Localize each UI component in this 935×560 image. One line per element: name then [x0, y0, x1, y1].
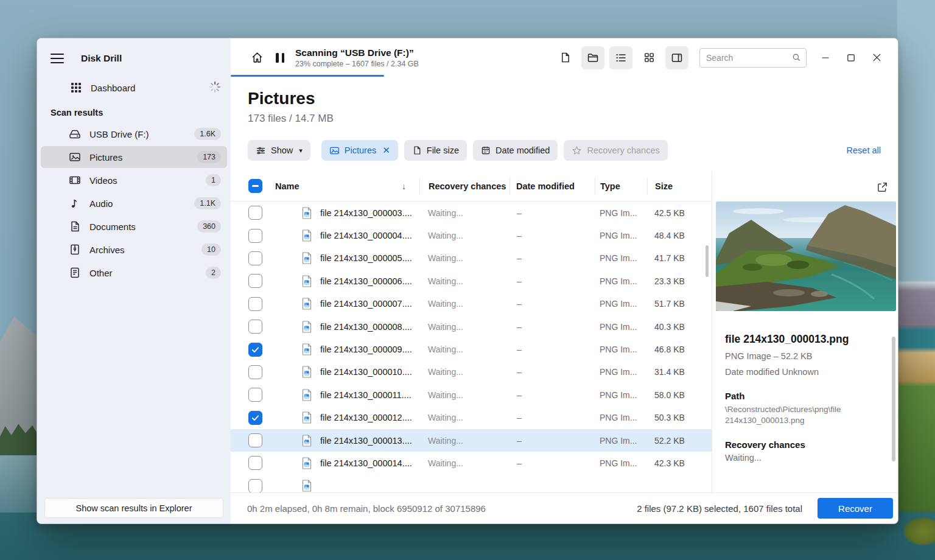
file-type: PNG Im... [595, 322, 647, 332]
file-table-row[interactable]: file 214x130_000014.... Waiting... – PNG… [231, 452, 712, 474]
file-recovery-view-button[interactable] [553, 46, 576, 69]
row-checkbox[interactable] [248, 229, 262, 243]
row-checkbox[interactable] [248, 274, 262, 288]
external-link-icon [877, 181, 888, 193]
row-checkbox[interactable] [248, 297, 262, 311]
file-size: 31.4 KB [647, 367, 712, 377]
file-date-modified: – [510, 436, 595, 446]
disk-drill-window: Disk Drill Dashboard [37, 38, 898, 524]
pictures-filter-chip[interactable]: Pictures ✕ [321, 140, 398, 161]
chip-label: File size [427, 145, 459, 155]
sidebar-item-documents[interactable]: Documents 360 [41, 215, 227, 237]
file-recovery-chance: Waiting... [419, 322, 510, 332]
file-table: Name ↓ Recovery chances Date modified Ty… [231, 171, 712, 492]
row-checkbox[interactable] [248, 388, 262, 402]
file-table-row[interactable]: file 214x130_000004.... Waiting... – PNG… [231, 224, 712, 247]
sidebar-item-videos[interactable]: Videos 1 [41, 169, 227, 191]
file-size: 23.3 KB [647, 276, 712, 286]
row-checkbox[interactable] [248, 479, 262, 492]
file-name: file 214x130_000014.... [320, 458, 412, 468]
recover-button[interactable]: Recover [818, 498, 893, 519]
minimize-button[interactable] [813, 46, 838, 70]
preview-filename: file 214x130_000013.png [725, 333, 887, 346]
recovery-chances-value: Waiting... [725, 453, 887, 463]
row-checkbox[interactable] [248, 433, 262, 447]
file-table-row[interactable]: file 214x130_000007.... Waiting... – PNG… [231, 293, 712, 315]
show-scan-results-in-explorer-button[interactable]: Show scan results in Explorer [44, 498, 223, 518]
window-controls [813, 46, 889, 70]
show-filter-dropdown[interactable]: Show ▾ [248, 140, 310, 161]
file-date-modified: – [510, 458, 595, 468]
home-button[interactable] [245, 46, 268, 69]
file-table-row[interactable]: file 214x130_000010.... Waiting... – PNG… [231, 361, 712, 383]
preview-panel: file 214x130_000013.png PNG Image – 52.2… [712, 171, 898, 492]
file-table-row[interactable] [231, 475, 712, 492]
file-table-row[interactable]: file 214x130_000003.... Waiting... – PNG… [231, 201, 712, 224]
row-checkbox[interactable] [248, 365, 262, 379]
path-label: Path [725, 391, 887, 401]
row-checkbox[interactable] [248, 456, 262, 470]
file-table-row[interactable]: file 214x130_000008.... Waiting... – PNG… [231, 315, 712, 338]
table-scrollbar[interactable] [706, 245, 709, 277]
sidebar-item-archives[interactable]: Archives 10 [41, 239, 227, 261]
column-header-recovery-chances[interactable]: Recovery chances [419, 178, 510, 195]
sidebar-item-audio[interactable]: Audio 1.1K [41, 192, 227, 214]
close-button[interactable] [864, 46, 889, 70]
file-size: 46.8 KB [647, 345, 712, 354]
maximize-button[interactable] [838, 46, 864, 70]
sidebar-item-usb-drive[interactable]: USB Drive (F:) 1.6K [41, 123, 227, 145]
row-checkbox[interactable] [248, 206, 262, 220]
table-header: Name ↓ Recovery chances Date modified Ty… [231, 171, 712, 201]
file-size-filter-chip[interactable]: File size [404, 140, 467, 161]
sidebar-item-label: Other [89, 268, 113, 278]
file-table-row[interactable]: file 214x130_000005.... Waiting... – PNG… [231, 247, 712, 270]
grid-view-button[interactable] [637, 46, 660, 69]
folder-view-button[interactable] [581, 46, 604, 69]
sidebar-item-dashboard[interactable]: Dashboard [37, 76, 231, 99]
file-table-row[interactable]: file 214x130_000009.... Waiting... – PNG… [231, 338, 712, 360]
search-input[interactable] [706, 53, 792, 63]
remove-filter-icon[interactable]: ✕ [382, 145, 390, 156]
side-panel-toggle-button[interactable] [665, 46, 688, 69]
column-header-name[interactable]: Name ↓ [262, 178, 419, 195]
path-value: \Reconstructed\Pictures\png\file 214x130… [725, 404, 866, 426]
file-table-row[interactable]: file 214x130_000013.... Waiting... – PNG… [231, 429, 712, 452]
file-table-row[interactable]: file 214x130_000006.... Waiting... – PNG… [231, 270, 712, 292]
column-header-size[interactable]: Size [647, 178, 712, 195]
file-recovery-chance: Waiting... [419, 253, 510, 263]
row-checkbox[interactable] [248, 343, 262, 357]
file-name: file 214x130_000005.... [320, 253, 412, 263]
panel-scrollbar[interactable] [892, 337, 895, 461]
file-size: 58.0 KB [647, 390, 712, 400]
select-all-checkbox[interactable] [248, 179, 262, 193]
documents-icon [69, 220, 81, 233]
chevron-down-icon: ▾ [299, 147, 303, 155]
row-checkbox[interactable] [248, 320, 262, 334]
file-recovery-chance: Waiting... [419, 413, 510, 422]
pause-scan-button[interactable] [276, 53, 284, 63]
row-checkbox[interactable] [248, 411, 262, 425]
sidebar-item-pictures[interactable]: Pictures 173 [41, 146, 227, 168]
file-table-row[interactable]: file 214x130_000011.... Waiting... – PNG… [231, 383, 712, 406]
desktop-wallpaper [897, 0, 935, 560]
image-file-icon [301, 435, 312, 447]
list-view-button[interactable] [609, 46, 632, 69]
hamburger-menu-icon[interactable] [46, 49, 69, 68]
open-preview-external-button[interactable] [874, 178, 891, 195]
file-size: 51.7 KB [647, 299, 712, 309]
column-header-type[interactable]: Type [595, 178, 647, 195]
file-recovery-chance: Waiting... [419, 231, 510, 240]
image-file-icon [301, 411, 312, 424]
image-file-icon [301, 480, 312, 492]
recovery-chances-filter-chip[interactable]: Recovery chances [564, 140, 667, 161]
chip-label: Date modified [496, 145, 550, 155]
row-checkbox[interactable] [248, 251, 262, 265]
star-icon [572, 145, 582, 156]
sidebar-item-other[interactable]: Other 2 [41, 262, 227, 284]
reset-all-link[interactable]: Reset all [847, 145, 882, 155]
date-modified-filter-chip[interactable]: Date modified [473, 140, 558, 161]
dashboard-icon [70, 82, 82, 94]
file-recovery-chance: Waiting... [419, 367, 510, 377]
file-table-row[interactable]: file 214x130_000012.... Waiting... – PNG… [231, 407, 712, 429]
column-header-date-modified[interactable]: Date modified [510, 178, 595, 195]
